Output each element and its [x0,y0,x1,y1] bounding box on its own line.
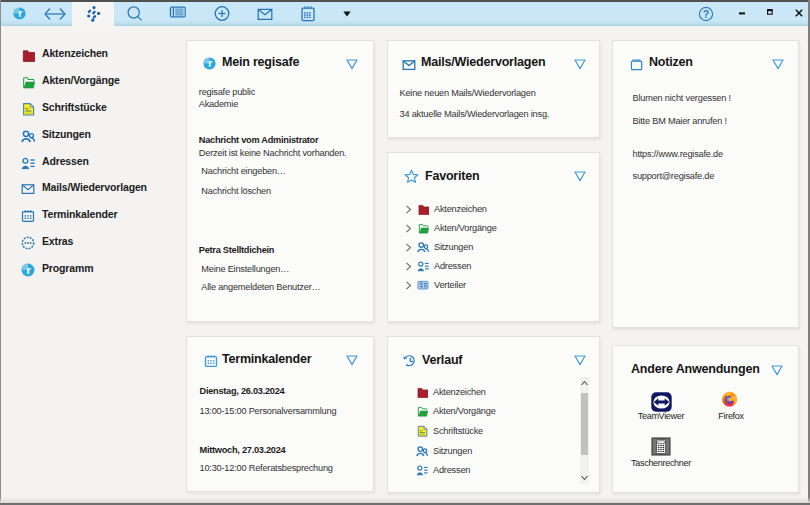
svg-text:r: r [18,8,22,19]
svg-text:r: r [27,264,32,276]
svg-text:r: r [208,58,212,69]
svg-text:?: ? [703,8,709,20]
